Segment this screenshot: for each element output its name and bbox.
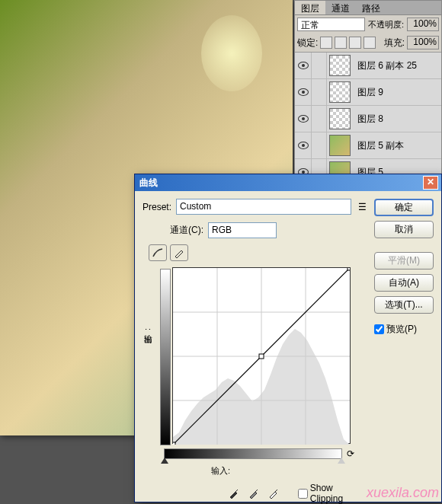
layer-thumb[interactable] (329, 55, 351, 76)
layer-row[interactable]: 图层 8 (295, 106, 441, 132)
layer-thumb[interactable] (329, 108, 351, 129)
layer-name[interactable]: 图层 5 副本 (353, 139, 404, 152)
visibility-icon[interactable] (298, 142, 309, 149)
input-label: 输入: (211, 465, 368, 477)
blend-mode-select[interactable]: 正常 (297, 18, 365, 31)
lock-label: 锁定: (297, 37, 318, 49)
visibility-icon[interactable] (298, 62, 309, 69)
visibility-icon[interactable] (298, 88, 309, 96)
pencil-tool-button[interactable] (170, 244, 188, 261)
channel-label: 通道(C): (170, 224, 203, 237)
layer-thumb[interactable] (329, 81, 351, 103)
preset-menu-icon[interactable]: ☰ (356, 201, 368, 213)
eyedropper-black-icon[interactable] (226, 486, 242, 501)
preset-label: Preset: (143, 202, 171, 212)
lock-move-icon[interactable] (349, 37, 361, 49)
black-point-slider[interactable] (161, 458, 168, 464)
tab-paths[interactable]: 路径 (356, 1, 386, 14)
watermark: xuexila.com (367, 485, 439, 501)
output-gradient (160, 269, 171, 445)
dialog-title: 曲线 (138, 177, 158, 190)
preview-checkbox[interactable]: 预览(P) (374, 323, 434, 336)
eyedropper-white-icon[interactable] (266, 486, 281, 501)
tab-layers[interactable]: 图层 (295, 1, 325, 14)
lock-all-icon[interactable] (364, 37, 376, 49)
preset-select[interactable]: Custom (176, 199, 351, 215)
show-clipping-input[interactable] (298, 489, 308, 499)
show-clipping-checkbox[interactable]: Show Clipping (298, 483, 368, 504)
layer-list: 图层 6 副本 25 图层 9 图层 8 图层 5 副本 图层 5 (295, 53, 441, 186)
smooth-button: 平滑(M) (374, 252, 434, 270)
lock-transparency-icon[interactable] (320, 37, 332, 49)
fill-label: 填充: (384, 37, 405, 49)
layer-row[interactable]: 图层 5 副本 (295, 132, 441, 159)
curve-point-white[interactable] (348, 268, 350, 270)
lock-brush-icon[interactable] (335, 37, 347, 49)
ok-button[interactable]: 确定 (374, 199, 434, 216)
auto-button[interactable]: 自动(A) (374, 274, 434, 292)
channel-select[interactable]: RGB (208, 222, 277, 238)
cancel-button[interactable]: 取消 (374, 221, 434, 238)
panel-tabs: 图层 通道 路径 (295, 1, 441, 15)
layer-row[interactable]: 图层 6 副本 25 (295, 53, 441, 79)
visibility-icon[interactable] (298, 115, 309, 123)
opacity-label: 不透明度: (368, 19, 404, 30)
options-button[interactable]: 选项(T)... (374, 296, 434, 314)
layer-thumb[interactable] (329, 135, 351, 156)
eyedropper-gray-icon[interactable] (246, 486, 261, 501)
curves-dialog: 曲线 ✕ Preset: Custom ☰ 通道(C): RGB 输出: (134, 174, 442, 502)
preview-label: 预览(P) (386, 323, 417, 336)
tab-channels[interactable]: 通道 (325, 1, 356, 14)
curve-point-black[interactable] (173, 442, 175, 445)
opacity-input[interactable]: 100% (407, 18, 439, 31)
curves-plot[interactable] (172, 267, 351, 444)
close-button[interactable]: ✕ (423, 176, 438, 190)
fill-input[interactable]: 100% (407, 36, 439, 49)
white-point-slider[interactable] (338, 458, 345, 464)
layer-name[interactable]: 图层 8 (353, 113, 383, 126)
input-gradient[interactable] (164, 448, 342, 459)
cycle-icon[interactable]: ⟳ (347, 448, 354, 459)
layer-row[interactable]: 图层 9 (295, 79, 441, 106)
layers-panel: 图层 通道 路径 正常 不透明度: 100% 锁定: 填充: 100% 图层 6… (294, 0, 442, 187)
curve-tool-button[interactable] (149, 244, 167, 261)
output-label: 输出: (143, 267, 154, 330)
layer-name[interactable]: 图层 9 (353, 86, 383, 99)
layer-name[interactable]: 图层 6 副本 25 (353, 59, 417, 72)
curve-point-mid[interactable] (259, 354, 264, 359)
titlebar[interactable]: 曲线 ✕ (135, 174, 441, 191)
show-clipping-label: Show Clipping (310, 483, 368, 504)
preview-input[interactable] (374, 324, 384, 334)
